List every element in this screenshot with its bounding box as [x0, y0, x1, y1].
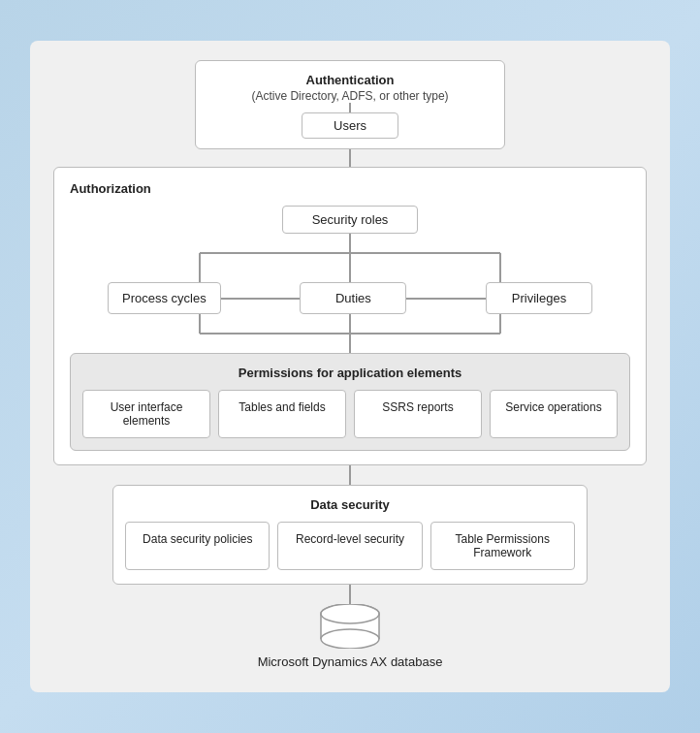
perm-service-label: Service operations	[505, 400, 601, 414]
perm-ui-label: User interface elements	[111, 400, 183, 428]
permissions-label: Permissions for application elements	[82, 366, 618, 380]
users-box: Users	[302, 112, 398, 139]
h-line-2	[406, 298, 486, 300]
database-container: Microsoft Dynamics AX database	[258, 604, 443, 669]
database-icon	[316, 604, 384, 649]
users-label: Users	[334, 118, 366, 133]
permissions-row: User interface elements Tables and field…	[82, 390, 618, 438]
duties-label: Duties	[335, 291, 371, 305]
svg-point-14	[321, 629, 379, 649]
permissions-section: Permissions for application elements Use…	[70, 353, 630, 451]
authorization-label: Authorization	[70, 181, 630, 196]
perm-ssrs-label: SSRS reports	[382, 400, 453, 414]
duties-privileges-row: Process cycles Duties Privileges	[70, 282, 630, 314]
privileges-label: Privileges	[512, 291, 566, 305]
duties-row-inner: Process cycles Duties Privileges	[108, 282, 592, 314]
data-security-label: Data security	[125, 497, 575, 512]
connector-auth-users	[349, 103, 351, 112]
h-line-1	[221, 298, 301, 300]
ds-policies-label: Data security policies	[143, 532, 252, 546]
merge-svg	[108, 314, 592, 353]
branch-svg	[108, 234, 592, 282]
perm-box-service: Service operations	[490, 390, 618, 438]
ds-box-policies: Data security policies	[125, 522, 270, 570]
auth-subtitle: (Active Directory, ADFS, or other type)	[225, 89, 475, 103]
perm-box-ssrs: SSRS reports	[354, 390, 482, 438]
auth-title: Authentication	[225, 73, 475, 87]
process-cycles-label: Process cycles	[122, 291, 207, 305]
ds-box-record: Record-level security	[277, 522, 422, 570]
database-label: Microsoft Dynamics AX database	[258, 654, 443, 669]
perm-box-ui: User interface elements	[82, 390, 210, 438]
connector-ds-to-db	[53, 585, 647, 604]
ds-box-tpf: Table Permissions Framework	[430, 522, 575, 570]
auth-inner: Security roles Process cycles	[70, 206, 630, 451]
process-cycles-box: Process cycles	[108, 282, 221, 314]
svg-point-15	[321, 604, 379, 623]
duties-box: Duties	[300, 282, 406, 314]
security-roles-label: Security roles	[312, 212, 389, 227]
authorization-section: Authorization Security roles	[53, 167, 647, 465]
perm-box-tables: Tables and fields	[218, 390, 346, 438]
ds-tpf-label: Table Permissions Framework	[456, 532, 550, 559]
privileges-box: Privileges	[486, 282, 592, 314]
auth-box: Authentication (Active Directory, ADFS, …	[195, 60, 505, 149]
connector-authz-to-ds	[53, 465, 647, 485]
perm-tables-label: Tables and fields	[239, 400, 325, 414]
connector-auth-to-authz	[53, 149, 647, 167]
security-roles-box: Security roles	[282, 206, 418, 234]
data-security-row: Data security policies Record-level secu…	[125, 522, 575, 570]
main-container: Authentication (Active Directory, ADFS, …	[30, 41, 670, 692]
data-security-section: Data security Data security policies Rec…	[112, 485, 588, 585]
ds-record-label: Record-level security	[296, 532, 404, 546]
